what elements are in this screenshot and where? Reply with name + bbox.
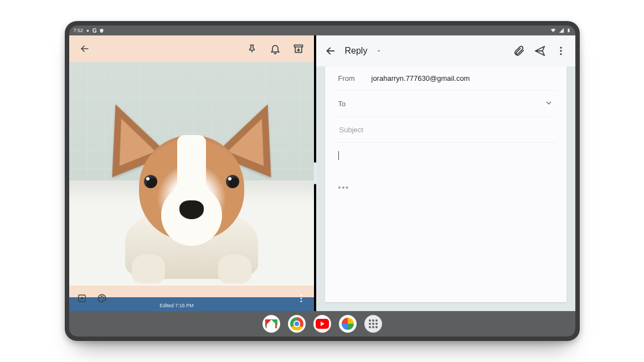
apps-grid-icon — [369, 319, 378, 328]
svg-point-7 — [300, 298, 302, 299]
note-overflow-button[interactable] — [293, 290, 310, 307]
chevron-down-icon — [376, 48, 382, 54]
status-time: 7:52 — [74, 28, 84, 33]
split-screen-handle[interactable] — [314, 35, 316, 311]
dock-youtube[interactable] — [313, 315, 331, 333]
compose-toolbar: Reply — [316, 35, 575, 66]
subject-input[interactable] — [338, 125, 553, 135]
keep-toolbar — [69, 35, 314, 62]
dock-all-apps[interactable] — [364, 315, 382, 333]
reminder-button[interactable] — [265, 39, 285, 59]
cellular-icon — [559, 28, 564, 33]
back-button[interactable] — [75, 39, 95, 59]
edited-timestamp: Edited 7:16 PM — [159, 303, 194, 308]
dock-gmail[interactable] — [262, 315, 280, 333]
compose-body[interactable]: ••• — [336, 143, 555, 297]
subject-row[interactable] — [336, 117, 555, 143]
keep-pane: Edited 7:16 PM — [69, 35, 314, 311]
attach-button[interactable] — [509, 41, 529, 61]
expand-recipients-button[interactable] — [544, 99, 553, 109]
compose-back-button[interactable] — [321, 41, 341, 61]
show-trimmed-button[interactable]: ••• — [338, 183, 553, 192]
taskbar — [69, 311, 575, 337]
dog-image-illustration — [109, 102, 275, 268]
svg-point-8 — [300, 301, 302, 302]
status-indicator-icon — [85, 28, 90, 33]
svg-rect-1 — [294, 45, 302, 46]
from-row[interactable]: From joraharryn.777630@gmail.com — [336, 66, 555, 91]
svg-point-3 — [100, 297, 101, 298]
gmail-icon — [265, 319, 277, 328]
add-content-button[interactable] — [74, 290, 90, 307]
archive-button[interactable] — [288, 39, 308, 59]
from-label: From — [338, 74, 364, 82]
svg-point-5 — [103, 297, 104, 298]
to-row[interactable]: To — [336, 91, 555, 117]
status-bar: 7:52 G — [69, 25, 575, 35]
chrome-icon — [290, 317, 303, 330]
compose-overflow-button[interactable] — [551, 41, 571, 61]
send-button[interactable] — [530, 41, 550, 61]
palette-button[interactable] — [94, 290, 110, 307]
keep-bottombar: Edited 7:16 PM — [69, 286, 314, 311]
svg-point-4 — [101, 296, 102, 297]
from-value: joraharryn.777630@gmail.com — [372, 74, 470, 82]
to-label: To — [338, 100, 364, 108]
svg-point-6 — [300, 294, 302, 296]
svg-point-0 — [87, 29, 89, 32]
svg-point-9 — [560, 47, 561, 49]
tablet-frame: 7:52 G — [65, 21, 580, 341]
dock-photos[interactable] — [339, 315, 357, 333]
photos-icon — [342, 318, 354, 330]
reply-label: Reply — [345, 46, 368, 56]
wifi-icon — [550, 28, 557, 33]
note-photo[interactable] — [69, 62, 314, 286]
reply-dropdown[interactable]: Reply — [342, 46, 385, 56]
text-cursor — [338, 151, 339, 160]
svg-point-10 — [560, 50, 561, 51]
youtube-icon — [316, 319, 329, 329]
svg-point-11 — [560, 53, 561, 55]
battery-icon — [566, 27, 571, 34]
compose-card: From joraharryn.777630@gmail.com To — [325, 66, 566, 302]
dock-chrome[interactable] — [288, 315, 306, 333]
gmail-compose-pane: Reply — [316, 35, 575, 311]
pin-button[interactable] — [242, 39, 262, 59]
google-g-icon: G — [92, 28, 97, 34]
shield-icon — [99, 28, 104, 33]
